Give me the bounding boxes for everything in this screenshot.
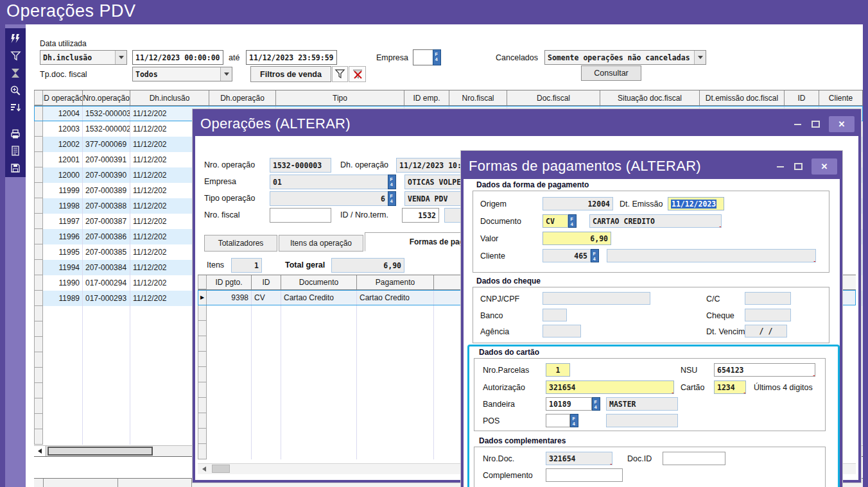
grid-cell[interactable]: 017-000293 bbox=[83, 291, 130, 306]
grid-cell[interactable]: 207-000385 bbox=[83, 244, 130, 260]
column-header[interactable]: Dt.emissão doc.fiscal bbox=[700, 90, 785, 105]
chevron-down-icon[interactable] bbox=[694, 51, 706, 64]
scroll-left-icon[interactable] bbox=[34, 446, 46, 456]
complemento-field[interactable] bbox=[546, 468, 623, 482]
grid-cell[interactable]: 11995 bbox=[43, 244, 83, 260]
scrollbar-thumb[interactable] bbox=[48, 447, 153, 456]
cheque-field[interactable] bbox=[745, 309, 791, 321]
cc-field[interactable] bbox=[745, 292, 791, 305]
chevron-down-icon[interactable] bbox=[220, 67, 232, 81]
agencia-field[interactable] bbox=[542, 325, 581, 337]
column-header[interactable]: Nro.operação bbox=[83, 90, 130, 105]
grid-cell[interactable]: 12004 bbox=[43, 106, 83, 121]
f4-lookup-icon[interactable]: F4 bbox=[592, 397, 600, 411]
f4-lookup-icon[interactable]: F4 bbox=[388, 175, 396, 189]
dt-vencimento-field[interactable]: / / bbox=[745, 325, 787, 337]
row-selector[interactable] bbox=[34, 152, 43, 167]
zoom-in-icon[interactable] bbox=[7, 82, 24, 99]
doc-id-field[interactable] bbox=[663, 452, 725, 465]
row-selector[interactable] bbox=[34, 167, 43, 183]
cancelados-select[interactable]: Somente operações não canceladas bbox=[544, 50, 706, 65]
row-selector[interactable] bbox=[34, 214, 43, 229]
grid-cell[interactable]: 207-000391 bbox=[83, 152, 130, 167]
bandeira-cod-field[interactable]: 10189 bbox=[546, 397, 592, 411]
column-header[interactable]: Cliente bbox=[819, 90, 863, 105]
maximize-icon[interactable] bbox=[812, 121, 820, 128]
grid-cell[interactable]: 11997 bbox=[43, 214, 83, 229]
f4-lookup-icon[interactable]: F4 bbox=[570, 414, 578, 427]
grid-cell[interactable]: 11998 bbox=[43, 198, 83, 214]
row-selector[interactable] bbox=[34, 275, 43, 291]
grid-cell[interactable]: 017-000294 bbox=[83, 275, 130, 291]
valor-field[interactable]: 6,90 bbox=[542, 232, 611, 245]
id-term-field[interactable]: 1532 bbox=[402, 208, 439, 223]
grid-cell[interactable]: Cartao Credito bbox=[281, 290, 357, 305]
minimize-icon[interactable] bbox=[794, 124, 801, 125]
column-header[interactable]: ID emp. bbox=[404, 90, 449, 105]
maximize-icon[interactable] bbox=[794, 163, 803, 170]
f4-lookup-icon[interactable]: F4 bbox=[388, 191, 396, 206]
column-header[interactable]: ID bbox=[252, 275, 281, 289]
row-marker-icon[interactable]: ▶ bbox=[198, 290, 207, 305]
minimize-icon[interactable] bbox=[777, 166, 784, 167]
nro-parcelas-field[interactable]: 1 bbox=[546, 363, 570, 377]
date-to-input[interactable]: 11/12/2023 23:59:59 bbox=[246, 50, 337, 65]
report-icon[interactable] bbox=[7, 143, 24, 160]
column-header[interactable]: Dh.operação bbox=[209, 90, 276, 105]
grid-cell[interactable]: 1532-000002 bbox=[83, 121, 130, 137]
banco-field[interactable] bbox=[542, 309, 567, 321]
row-selector[interactable] bbox=[34, 121, 43, 137]
f4-lookup-icon[interactable]: F4 bbox=[568, 214, 577, 228]
grid-cell[interactable]: 12001 bbox=[43, 152, 83, 167]
tab-totalizadores[interactable]: Totalizadores bbox=[204, 235, 277, 252]
f4-lookup-icon[interactable]: F4 bbox=[433, 49, 441, 65]
grid-cell[interactable]: 207-000386 bbox=[83, 229, 130, 244]
close-button[interactable]: ✕ bbox=[829, 116, 855, 132]
grid-cell[interactable]: 9398 bbox=[207, 290, 252, 305]
save-icon[interactable] bbox=[7, 160, 24, 176]
row-selector[interactable] bbox=[34, 291, 43, 306]
cliente-cod-field[interactable]: 465 bbox=[542, 249, 591, 262]
scrollbar-thumb[interactable] bbox=[212, 465, 230, 473]
nro-fiscal-field[interactable] bbox=[270, 208, 331, 223]
column-header[interactable]: Doc.fiscal bbox=[507, 90, 600, 105]
column-header[interactable]: Dh.inclusão bbox=[130, 90, 209, 105]
column-header[interactable]: Situação doc.fiscal bbox=[600, 90, 700, 105]
grid-cell[interactable]: 377-000069 bbox=[83, 137, 130, 152]
cnpj-cpf-field[interactable] bbox=[542, 292, 650, 305]
nro-doc-field[interactable]: 321654 bbox=[546, 452, 612, 465]
column-header[interactable]: ID pgto. bbox=[207, 275, 252, 289]
nsu-field[interactable]: 654123 bbox=[714, 363, 815, 377]
filtros-venda-box[interactable]: Filtros de venda bbox=[250, 66, 331, 82]
filter-funnel-button[interactable] bbox=[332, 66, 348, 82]
refresh-icon[interactable] bbox=[7, 31, 24, 47]
grid-cell[interactable]: 11994 bbox=[43, 260, 83, 275]
empresa-filter-input[interactable] bbox=[413, 49, 433, 65]
row-selector[interactable] bbox=[34, 198, 43, 214]
row-selector[interactable] bbox=[34, 229, 43, 244]
grid-cell[interactable]: 12000 bbox=[43, 167, 83, 183]
grid-cell[interactable]: 11996 bbox=[43, 229, 83, 244]
print-icon[interactable] bbox=[7, 126, 24, 142]
date-from-input[interactable]: 11/12/2023 00:00:00 bbox=[132, 50, 223, 65]
grid-cell[interactable]: 207-000384 bbox=[83, 260, 130, 275]
column-header[interactable]: ID operação bbox=[43, 90, 83, 105]
grid-cell[interactable]: 207-000387 bbox=[83, 214, 130, 229]
pos-field[interactable] bbox=[546, 414, 570, 427]
sort-icon[interactable] bbox=[7, 99, 24, 116]
grid-cell[interactable]: 11990 bbox=[43, 275, 83, 291]
grid-cell[interactable]: 207-000389 bbox=[83, 183, 130, 198]
nro-operacao-field[interactable]: 1532-000003 bbox=[270, 158, 331, 173]
grid-cell[interactable]: 12003 bbox=[43, 121, 83, 137]
cartao-field[interactable]: 1234 bbox=[714, 380, 746, 394]
grid-cell[interactable]: 207-000388 bbox=[83, 198, 130, 214]
row-selector[interactable] bbox=[34, 244, 43, 260]
grid-cell[interactable]: CV bbox=[252, 290, 281, 305]
tipo-cod-field[interactable]: 6 bbox=[270, 191, 388, 206]
row-selector[interactable] bbox=[34, 137, 43, 152]
grid-cell[interactable]: 1532-000003 bbox=[83, 106, 130, 121]
tp-doc-fiscal-select[interactable]: Todos bbox=[132, 67, 232, 81]
filter-icon[interactable] bbox=[7, 48, 24, 65]
chevron-down-icon[interactable] bbox=[115, 51, 126, 64]
consultar-button[interactable]: Consultar bbox=[581, 65, 641, 81]
